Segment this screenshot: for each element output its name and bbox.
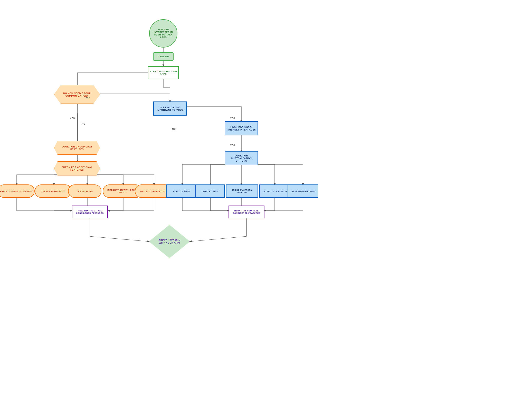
analytics-node: Analytics And Reporting	[0, 184, 35, 198]
file-sharing-node: File Sharing	[68, 184, 101, 198]
user-mgmt-node: User Management	[35, 184, 72, 198]
group-comm-node: Do You Need Group Communication?	[54, 85, 100, 104]
great-node: Great!!!	[153, 52, 174, 61]
cross-platform-node: Cross-Platform Support	[226, 184, 258, 198]
ease-of-use-node: Is Ease Of Use Important To You?	[153, 101, 187, 116]
low-latency-node: Low Latency	[195, 184, 225, 198]
considered-left-node: Now That You Have Considered Features	[72, 206, 108, 218]
label-no3: No	[172, 128, 176, 130]
label-no1: No	[86, 96, 90, 99]
push-notif-node: Push Notifications	[288, 184, 318, 198]
additional-features-node: Check For Additional Features	[54, 161, 100, 175]
customization-node: Look For Customization Options	[225, 151, 258, 165]
start-node: You Are Interested In Push-To-Talk Apps	[149, 19, 177, 48]
security-node: Security Features	[259, 184, 290, 198]
connector-lines	[0, 0, 532, 409]
label-yes1: Yes	[70, 117, 75, 119]
great-fun-node: Great Have Fun With Your App!	[149, 225, 190, 258]
user-friendly-node: Look For User-Friendly Interfaces	[225, 121, 258, 135]
label-no2: No	[82, 123, 86, 125]
start-researching-node: Start Researching Apps	[148, 66, 179, 79]
flowchart: You Are Interested In Push-To-Talk Apps …	[0, 0, 532, 409]
considered-right-node: Now That You Have Considered Features	[229, 206, 264, 218]
group-chat-node: Look For Group Chat Features	[54, 141, 100, 155]
label-yes2: Yes	[230, 117, 235, 119]
voice-clarity-node: Voice Clarity	[166, 184, 197, 198]
label-yes3: Yes	[230, 144, 235, 146]
